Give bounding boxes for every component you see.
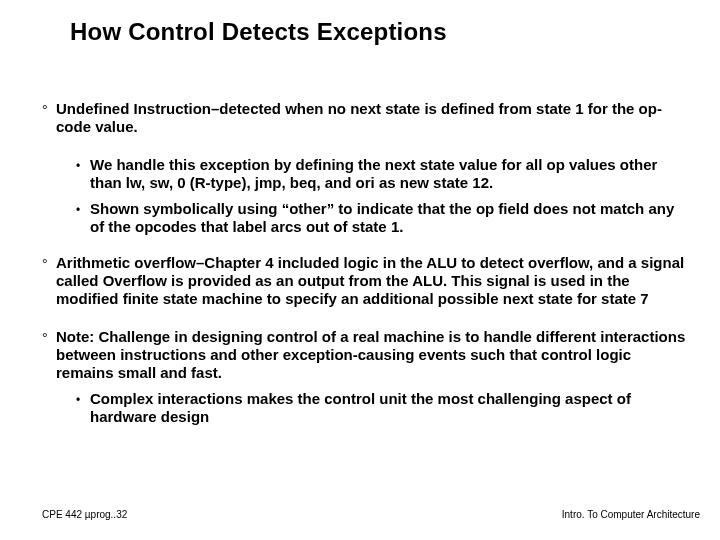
footer-left: CPE 442 µprog..32	[42, 509, 127, 520]
dot-icon: •	[76, 200, 90, 236]
sub-bullet-text: We handle this exception by defining the…	[90, 156, 690, 192]
bullet-item: ° Undefined Instruction–detected when no…	[42, 100, 690, 136]
sub-bullet-item: • We handle this exception by defining t…	[76, 156, 690, 192]
dot-icon: •	[76, 156, 90, 192]
slide: How Control Detects Exceptions ° Undefin…	[0, 0, 720, 540]
sub-bullet-item: • Shown symbolically using “other” to in…	[76, 200, 690, 236]
sub-bullet-text: Complex interactions makes the control u…	[90, 390, 690, 426]
bullet-item: ° Note: Challenge in designing control o…	[42, 328, 690, 382]
bullet-item: ° Arithmetic overflow–Chapter 4 included…	[42, 254, 690, 308]
bullet-text: Arithmetic overflow–Chapter 4 included l…	[56, 254, 690, 308]
bullet-text: Note: Challenge in designing control of …	[56, 328, 690, 382]
degree-icon: °	[42, 254, 56, 308]
footer-right: Intro. To Computer Architecture	[562, 509, 700, 520]
degree-icon: °	[42, 328, 56, 382]
sub-bullet-text: Shown symbolically using “other” to indi…	[90, 200, 690, 236]
dot-icon: •	[76, 390, 90, 426]
sub-bullet-item: • Complex interactions makes the control…	[76, 390, 690, 426]
slide-title: How Control Detects Exceptions	[70, 18, 447, 46]
slide-body: ° Undefined Instruction–detected when no…	[42, 100, 690, 432]
degree-icon: °	[42, 100, 56, 136]
bullet-text: Undefined Instruction–detected when no n…	[56, 100, 690, 136]
